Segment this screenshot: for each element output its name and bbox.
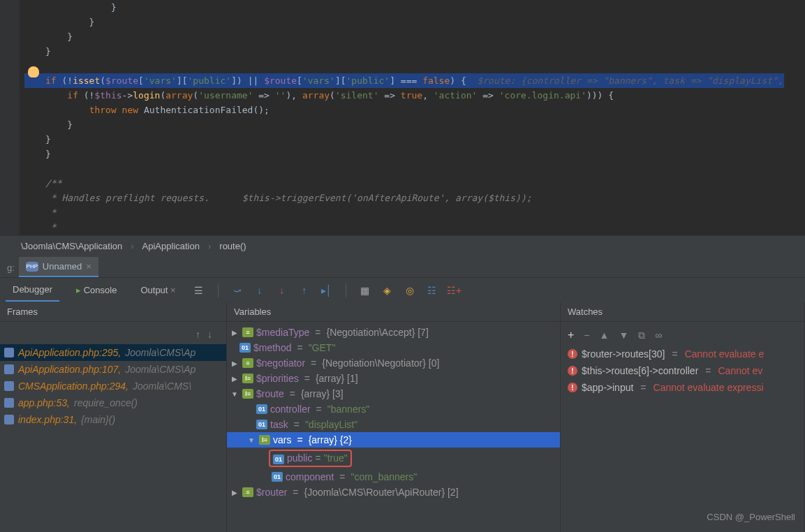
frames-panel: Frames ↑ ↓ ApiApplication.php:295, Jooml… xyxy=(0,302,227,532)
remove-watch-icon[interactable]: − xyxy=(584,330,589,341)
variable-row[interactable]: ▶ ≡ $negotiator={Negotiation\Negotiator}… xyxy=(227,355,560,371)
chevron-right-icon: › xyxy=(131,241,133,251)
next-frame-icon[interactable]: ↓ xyxy=(207,329,212,340)
copy-icon[interactable]: ⧉ xyxy=(638,330,645,341)
variable-row[interactable]: 01 $method="GET" xyxy=(227,340,560,355)
type-badge-icon: 01 xyxy=(273,455,284,464)
tab-debugger[interactable]: Debugger xyxy=(6,279,59,302)
variable-row[interactable]: ▶ ⁞≡ $priorities={array} [1] xyxy=(227,371,560,386)
run-to-cursor-icon[interactable]: ▸│ xyxy=(320,284,333,297)
debug-run-toolbar: g: PHP Unnamed × xyxy=(0,256,805,277)
variable-row[interactable]: 01 task="displayList" xyxy=(227,417,560,432)
frame-row[interactable]: app.php:53, require_once() xyxy=(0,394,226,411)
frame-row[interactable]: ApiApplication.php:295, Joomla\CMS\Ap xyxy=(0,344,226,361)
php-file-icon xyxy=(4,348,14,357)
type-badge-icon: 01 xyxy=(256,404,267,414)
step-out-icon[interactable]: ↑ xyxy=(298,284,311,297)
variable-row-selected[interactable]: ▼ ⁞≡ vars={array} {2} xyxy=(227,432,560,448)
collapse-arrow-icon[interactable]: ▼ xyxy=(230,390,239,398)
tab-console-label: Console xyxy=(84,285,117,295)
close-icon[interactable]: × xyxy=(86,261,91,272)
frame-row[interactable]: CMSApplication.php:294, Joomla\CMS\ xyxy=(0,378,226,394)
variable-row[interactable]: ▼ ⁞≡ $route={array} [3] xyxy=(227,386,560,401)
type-badge-icon: ≡ xyxy=(242,327,253,337)
breadcrumb-method[interactable]: route() xyxy=(219,241,246,251)
target-icon[interactable]: ◎ xyxy=(404,284,416,297)
error-icon: ! xyxy=(568,366,577,376)
move-down-icon[interactable]: ▼ xyxy=(619,330,628,341)
force-step-into-icon[interactable]: ↓ xyxy=(276,284,288,297)
expand-arrow-icon[interactable]: ▶ xyxy=(230,489,239,496)
prev-frame-icon[interactable]: ↑ xyxy=(195,329,200,340)
intention-bulb-icon[interactable] xyxy=(28,66,39,77)
type-badge-icon: 01 xyxy=(256,420,267,429)
breadcrumb-path[interactable]: \Joomla\CMS\Application xyxy=(21,241,122,251)
frame-row[interactable]: index.php:31, {main}() xyxy=(0,411,226,428)
variable-row[interactable]: ▶ ≡ $mediaType={Negotiation\Accept} [7] xyxy=(227,325,560,340)
source-code[interactable]: } } } } if (!isset($route['vars']['publi… xyxy=(0,0,805,235)
chevron-right-icon: › xyxy=(208,241,211,251)
step-over-icon[interactable]: ⤻ xyxy=(231,284,244,297)
glasses-icon[interactable]: ∞ xyxy=(655,330,662,341)
variable-row[interactable]: 01 component="com_banners" xyxy=(227,469,560,485)
variable-row-highlighted[interactable]: 01 public="true" xyxy=(227,448,560,469)
debug-panels: Frames ↑ ↓ ApiApplication.php:295, Jooml… xyxy=(0,302,805,532)
type-badge-icon: ⁞≡ xyxy=(259,435,270,445)
expand-arrow-icon[interactable]: ▶ xyxy=(230,360,239,367)
breadcrumb[interactable]: \Joomla\CMS\Application › ApiApplication… xyxy=(0,235,805,256)
collapse-arrow-icon[interactable]: ▼ xyxy=(246,436,256,444)
watch-row[interactable]: ! $this->routes[6]->controller=Cannot ev xyxy=(561,362,804,379)
variable-row[interactable]: 01 controller="banners" xyxy=(227,401,560,417)
type-badge-icon: ≡ xyxy=(242,487,253,497)
error-icon: ! xyxy=(568,349,577,359)
breadcrumb-class[interactable]: ApiApplication xyxy=(142,241,200,251)
php-file-icon xyxy=(4,398,14,408)
type-badge-icon: 01 xyxy=(239,343,251,353)
watch-row[interactable]: ! $router->routes[30]=Cannot evaluate e xyxy=(561,346,804,362)
run-config-label: Unnamed xyxy=(43,261,82,272)
type-badge-icon: ⁞≡ xyxy=(242,389,253,399)
debug-toolbar: Debugger ▸ Console Output × ☰ ⤻ ↓ ↓ ↑ ▸│… xyxy=(0,277,805,302)
error-icon: ! xyxy=(568,383,577,392)
frame-row[interactable]: ApiApplication.php:107, Joomla\CMS\Ap xyxy=(0,361,226,378)
variables-panel: Variables ▶ ≡ $mediaType={Negotiation\Ac… xyxy=(227,302,561,532)
php-file-icon xyxy=(4,381,14,391)
run-config-tab[interactable]: PHP Unnamed × xyxy=(19,257,98,277)
watermark: CSDN @_PowerShell xyxy=(707,512,795,522)
watches-header: Watches xyxy=(561,302,804,322)
evaluate-expression-icon[interactable]: ▦ xyxy=(359,284,371,297)
expand-arrow-icon[interactable]: ▶ xyxy=(230,329,239,337)
gutter xyxy=(0,0,20,235)
type-badge-icon: ⁞≡ xyxy=(242,374,253,383)
variable-row[interactable]: ▶ ≡ $router={Joomla\CMS\Router\ApiRouter… xyxy=(227,485,560,500)
expand-arrow-icon[interactable]: ▶ xyxy=(230,375,239,383)
php-icon: PHP xyxy=(26,262,38,272)
step-into-icon[interactable]: ↓ xyxy=(253,284,266,297)
trace-icon[interactable]: ◈ xyxy=(381,284,394,297)
move-up-icon[interactable]: ▲ xyxy=(600,330,610,341)
watches-panel: Watches + − ▲ ▼ ⧉ ∞ ! $router->routes[30… xyxy=(561,302,805,532)
type-badge-icon: ≡ xyxy=(242,358,253,368)
php-file-icon xyxy=(4,364,14,374)
inlay-hint: $route: {controller => "banners", task =… xyxy=(466,75,783,86)
php-file-icon xyxy=(4,415,14,424)
run-prefix: g: xyxy=(3,263,19,277)
variables-header: Variables xyxy=(227,302,560,322)
close-icon[interactable]: × xyxy=(170,285,176,295)
list-icon[interactable]: ☷ xyxy=(426,284,438,297)
editor-pane[interactable]: } } } } if (!isset($route['vars']['publi… xyxy=(0,0,805,235)
add-watch-icon[interactable]: + xyxy=(568,329,574,341)
tab-output-label: Output xyxy=(140,285,168,295)
tab-console[interactable]: ▸ Console xyxy=(69,279,124,301)
type-badge-icon: 01 xyxy=(272,472,283,482)
frames-header: Frames xyxy=(0,302,226,322)
add-watch-icon[interactable]: ☷+ xyxy=(448,284,461,297)
tab-output[interactable]: Output × xyxy=(133,279,182,301)
watch-row[interactable]: ! $app->input=Cannot evaluate expressi xyxy=(561,379,804,396)
layout-settings-icon[interactable]: ☰ xyxy=(193,284,205,297)
